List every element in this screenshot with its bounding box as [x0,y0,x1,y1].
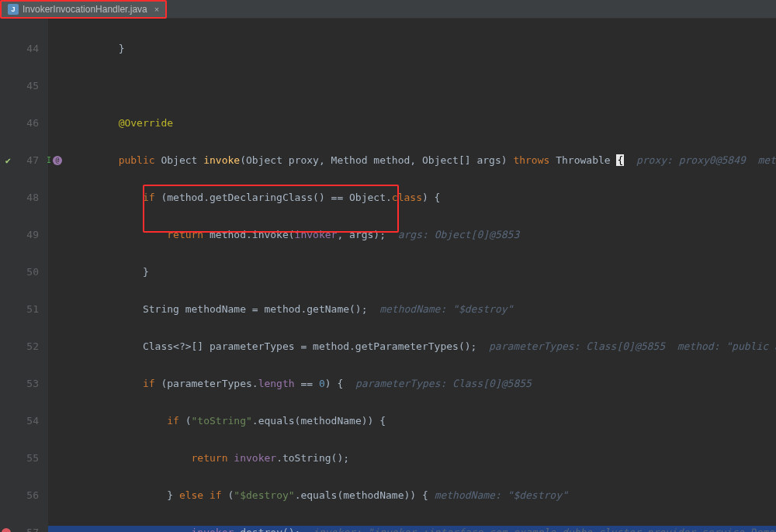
editor-tab-bar: J InvokerInvocationHandler.java × [0,0,776,19]
code-line: if (method.getDeclaringClass() == Object… [48,191,776,205]
file-tab-label: InvokerInvocationHandler.java [23,4,147,15]
code-line: } [48,42,776,56]
line-number: 53 [0,377,39,391]
code-line: if ("toString".equals(methodName)) { [48,414,776,428]
code-line [48,79,776,93]
java-file-icon: J [8,4,19,15]
line-number: 54 [0,414,39,428]
line-number: 49 [0,228,39,242]
run-marker-icon[interactable]: ✔ [2,156,11,165]
code-line: public Object invoke(Object proxy, Metho… [48,154,776,168]
code-line: } [48,265,776,279]
close-tab-icon[interactable]: × [154,5,159,14]
line-number: 50 [0,265,39,279]
code-area[interactable]: } @Override public Object invoke(Object … [48,19,776,532]
line-number-gutter: 44 45 46 47 ✔ I @ 48 49 50 51 52 53 54 5… [0,19,48,532]
line-number: 47 ✔ I @ [0,154,39,168]
line-number: 45 [0,79,39,93]
code-line: if (parameterTypes.length == 0) { parame… [48,377,776,391]
code-line: Class<?>[] parameterTypes = method.getPa… [48,340,776,354]
line-number: 52 [0,340,39,354]
line-number: 46 [0,116,39,130]
code-line: @Override [48,116,776,130]
file-tab[interactable]: J InvokerInvocationHandler.java × [0,0,167,19]
line-number: 51 [0,302,39,316]
code-line: return method.invoke(invoker, args); arg… [48,228,776,242]
line-number: 44 [0,42,39,56]
line-number: 57 [0,526,39,532]
line-number: 48 [0,191,39,205]
line-number: 56 [0,489,39,503]
code-line: String methodName = method.getName(); me… [48,302,776,316]
code-line: return invoker.toString(); [48,451,776,465]
code-line-current: invoker.destroy(); invoker: "invoker :in… [48,526,776,532]
breakpoint-icon[interactable] [2,528,11,532]
line-number: 55 [0,451,39,465]
code-line: } else if ("$destroy".equals(methodName)… [48,489,776,503]
code-editor[interactable]: 44 45 46 47 ✔ I @ 48 49 50 51 52 53 54 5… [0,19,776,532]
